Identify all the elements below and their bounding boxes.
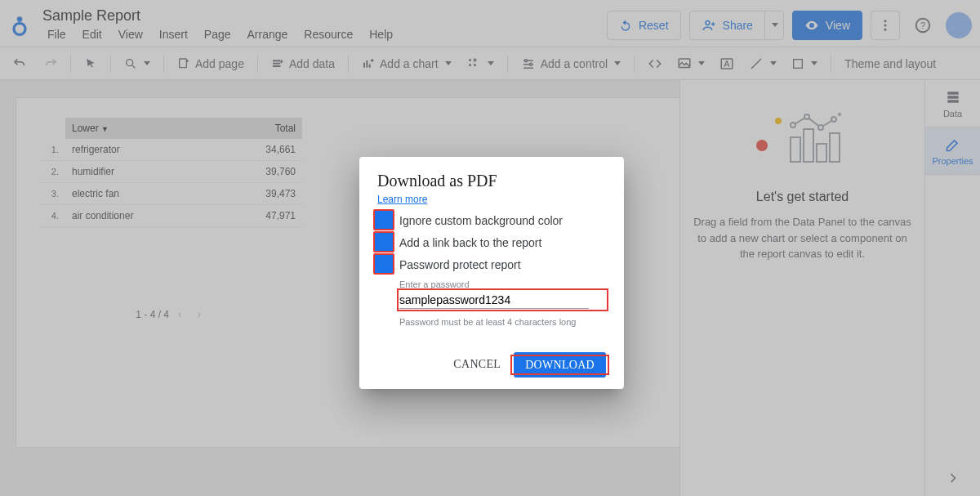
checkbox-link-back[interactable] [377,235,391,249]
download-button[interactable]: DOWNLOAD [514,352,606,378]
option-ignore-bg: Ignore custom background color [377,213,606,227]
checkbox-ignore-bg[interactable] [377,213,391,227]
option-ignore-bg-label: Ignore custom background color [399,214,563,227]
password-input[interactable] [399,291,589,309]
check-icon [380,216,390,226]
password-hint: Password must be at least 4 characters l… [399,317,606,327]
check-icon [380,238,390,248]
option-password: Password protect report [377,257,606,271]
check-icon [380,260,390,270]
password-label: Enter a password [399,279,606,289]
option-link-back: Add a link back to the report [377,235,606,249]
download-pdf-dialog: Download as PDF Learn more Ignore custom… [359,157,624,389]
option-password-label: Password protect report [399,258,521,271]
cancel-button[interactable]: CANCEL [445,351,509,378]
dialog-title: Download as PDF [377,172,606,190]
option-link-back-label: Add a link back to the report [399,236,541,249]
checkbox-password[interactable] [377,257,391,271]
learn-more-link[interactable]: Learn more [377,194,427,205]
